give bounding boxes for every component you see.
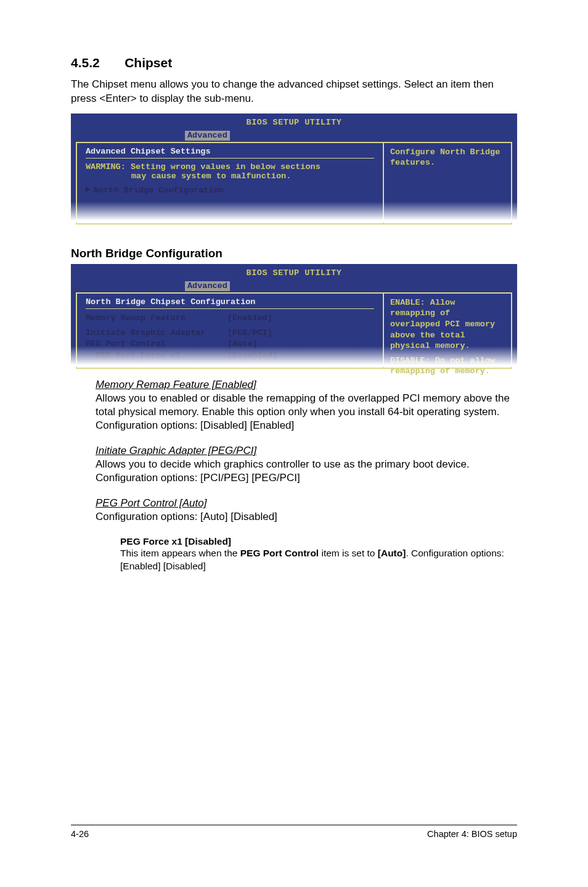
north-bridge-heading: North Bridge Configuration xyxy=(71,247,517,260)
row-value: [Enabled] xyxy=(227,313,272,324)
text-fragment: item is set to xyxy=(319,548,378,558)
bios-row-memory-remap: Memory Remap Feature [Enabled] xyxy=(86,313,374,324)
bios-title: BIOS SETUP UTILITY xyxy=(247,118,342,127)
footer-chapter: Chapter 4: BIOS setup xyxy=(427,829,517,839)
bios-panel-heading: Advanced Chipset Settings xyxy=(86,147,374,156)
item-initiate-graphic: Initiate Graphic Adapter [PEG/PCI] Allow… xyxy=(71,445,517,485)
row-label: Memory Remap Feature xyxy=(86,313,227,324)
sub-item-body: This item appears when the PEG Port Cont… xyxy=(120,547,517,572)
bios-submenu-label: North Bridge Configuration xyxy=(94,186,224,195)
bios-screenshot-advanced-chipset: BIOS SETUP UTILITY Advanced Advanced Chi… xyxy=(71,113,517,222)
item-body: Allows you to decide which graphics cont… xyxy=(96,458,517,485)
item-peg-force-wrapper: PEG Force x1 [Disabled] This item appear… xyxy=(71,536,517,572)
bios-row-initiate-graphic: Initiate Graphic Adapter [PEG/PCI] xyxy=(86,328,374,339)
intro-paragraph: The Chipset menu allows you to change th… xyxy=(71,78,517,106)
text-bold: PEG Port Control xyxy=(240,548,319,558)
item-memory-remap: Memory Remap Feature [Enabled] Allows yo… xyxy=(71,379,517,432)
bios-help-text: Configure North Bridge features. xyxy=(390,147,505,168)
bios-warning-line2: may cause system to malfunction. xyxy=(86,171,374,181)
item-title: Memory Remap Feature [Enabled] xyxy=(96,379,517,391)
bios-title: BIOS SETUP UTILITY xyxy=(247,268,342,278)
text-fragment: This item appears when the xyxy=(120,548,240,558)
page-number: 4-26 xyxy=(71,829,89,839)
bios-row-peg-control: PEG Port Control [Auto] xyxy=(86,339,374,350)
triangle-right-icon xyxy=(86,186,90,192)
bios-help-text-enable: ENABLE: Allow remapping of overlapped PC… xyxy=(390,297,505,352)
bios-panel-heading: North Bridge Chipset Configuration xyxy=(86,297,374,307)
item-body: Configuration options: [Auto] [Disabled] xyxy=(96,510,517,524)
row-value: [Disabled] xyxy=(227,350,277,361)
bios-row-peg-force: PEG Port Force x1 [Disabled] xyxy=(86,350,374,361)
row-label: PEG Port Force x1 xyxy=(86,350,227,361)
bios-warning-line1: WARMING: Setting wrong values in below s… xyxy=(86,162,374,171)
row-value: [PEG/PCI] xyxy=(227,328,272,339)
item-title: PEG Port Control [Auto] xyxy=(96,497,517,510)
item-body: Allows you to enabled or disable the rem… xyxy=(96,392,517,432)
section-header: 4.5.2 Chipset xyxy=(71,56,517,70)
section-number: 4.5.2 xyxy=(71,56,100,70)
row-label: Initiate Graphic Adapter xyxy=(86,328,227,339)
item-peg-control: PEG Port Control [Auto] Configuration op… xyxy=(71,497,517,524)
bios-help-text-disable: DISABLE: Do not allow remapping of memor… xyxy=(390,355,505,377)
row-label: PEG Port Control xyxy=(86,339,227,350)
bios-tab-advanced: Advanced xyxy=(185,131,230,141)
page-footer: 4-26 Chapter 4: BIOS setup xyxy=(71,825,517,839)
bios-submenu-north-bridge: North Bridge Configuration xyxy=(86,186,374,195)
section-title: Chipset xyxy=(125,56,172,70)
row-value: [Auto] xyxy=(227,339,258,350)
text-bold: [Auto] xyxy=(378,548,406,558)
bios-screenshot-north-bridge: BIOS SETUP UTILITY Advanced North Bridge… xyxy=(71,264,517,366)
bios-tab-advanced: Advanced xyxy=(185,281,230,291)
sub-item-title: PEG Force x1 [Disabled] xyxy=(120,536,517,547)
item-title: Initiate Graphic Adapter [PEG/PCI] xyxy=(96,445,517,457)
